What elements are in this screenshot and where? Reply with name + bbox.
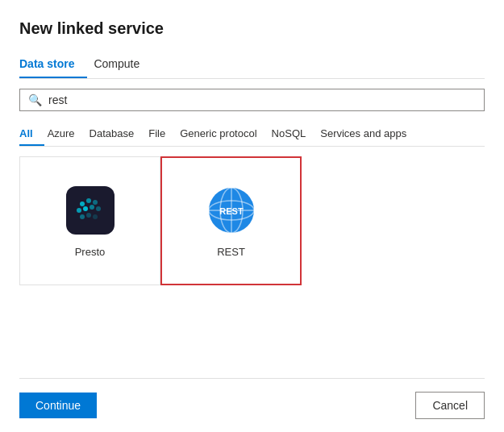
- card-presto[interactable]: Presto: [19, 156, 160, 285]
- main-tabs: Data store Compute: [19, 51, 485, 79]
- search-box: 🔍: [19, 89, 485, 111]
- filter-tab-all[interactable]: All: [19, 123, 44, 146]
- dialog-title: New linked service: [19, 19, 485, 38]
- svg-point-9: [93, 214, 98, 219]
- filter-tab-database[interactable]: Database: [90, 123, 146, 146]
- svg-point-8: [86, 213, 91, 218]
- service-grid: Presto REST REST: [19, 156, 485, 378]
- card-rest[interactable]: REST REST: [160, 156, 302, 285]
- svg-point-5: [90, 205, 94, 210]
- svg-point-0: [80, 201, 85, 206]
- svg-point-6: [96, 206, 101, 211]
- presto-label: Presto: [75, 246, 106, 258]
- filter-tab-generic[interactable]: Generic protocol: [180, 123, 268, 146]
- rest-icon: REST: [206, 185, 257, 236]
- search-icon: 🔍: [28, 93, 42, 106]
- search-input[interactable]: [48, 93, 476, 106]
- filter-tab-nosql[interactable]: NoSQL: [272, 123, 318, 146]
- tab-data-store[interactable]: Data store: [19, 51, 87, 78]
- filter-tab-file[interactable]: File: [148, 123, 177, 146]
- svg-text:REST: REST: [219, 206, 244, 216]
- svg-point-1: [86, 198, 91, 203]
- dialog-footer: Continue Cancel: [19, 378, 485, 432]
- presto-icon: [65, 185, 116, 236]
- tab-compute[interactable]: Compute: [94, 51, 152, 78]
- new-linked-service-dialog: New linked service Data store Compute 🔍 …: [0, 0, 504, 432]
- svg-point-7: [80, 214, 85, 219]
- svg-point-4: [83, 206, 88, 211]
- cancel-button[interactable]: Cancel: [415, 392, 485, 419]
- filter-tab-azure[interactable]: Azure: [48, 123, 86, 146]
- svg-point-2: [93, 200, 98, 205]
- filter-tab-services[interactable]: Services and apps: [320, 123, 418, 146]
- filter-tabs: All Azure Database File Generic protocol…: [19, 123, 485, 147]
- continue-button[interactable]: Continue: [19, 393, 97, 418]
- svg-point-3: [77, 208, 81, 213]
- rest-label: REST: [217, 246, 245, 258]
